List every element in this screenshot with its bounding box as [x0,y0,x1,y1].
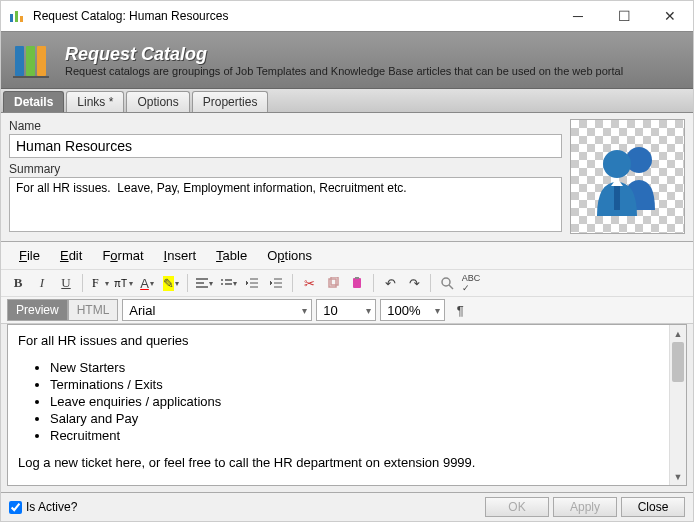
is-active-checkbox[interactable] [9,501,22,514]
scrollbar[interactable]: ▲ ▼ [669,325,686,485]
content-outro: Log a new ticket here, or feel free to c… [18,455,659,470]
fontsize-dropdown[interactable]: πT▾ [112,272,134,294]
svg-text:F: F [92,276,99,290]
content-item: Leave enquiries / applications [50,394,659,409]
menu-options[interactable]: Options [259,246,320,265]
scroll-thumb[interactable] [672,342,684,382]
font-dropdown[interactable]: F▾ [88,272,110,294]
svg-rect-3 [15,46,24,76]
paste-button[interactable] [346,272,368,294]
svg-marker-10 [611,178,623,186]
spellcheck-button[interactable]: ABC✓ [460,272,482,294]
content-item: Salary and Pay [50,411,659,426]
content-item: Recruitment [50,428,659,443]
highlight-button[interactable]: ✎▾ [160,272,182,294]
svg-rect-6 [13,76,49,78]
svg-point-19 [442,278,450,286]
tab-links[interactable]: Links * [66,91,124,112]
underline-button[interactable]: U [55,272,77,294]
apply-button[interactable]: Apply [553,497,617,517]
svg-rect-4 [26,46,35,76]
scroll-up[interactable]: ▲ [670,325,686,342]
svg-point-14 [221,283,223,285]
undo-button[interactable]: ↶ [379,272,401,294]
menu-insert[interactable]: Insert [156,246,205,265]
align-button[interactable]: ▾ [193,272,215,294]
svg-text:πT: πT [114,278,127,289]
scroll-down[interactable]: ▼ [670,468,686,485]
fontcolor-button[interactable]: A▾ [136,272,158,294]
svg-point-8 [603,150,631,178]
html-toggle[interactable]: HTML [68,299,119,321]
svg-point-13 [221,279,223,281]
minimize-button[interactable]: ─ [555,1,601,31]
zoom-select[interactable]: 100% [380,299,445,321]
menu-table[interactable]: Table [208,246,255,265]
catalog-image[interactable] [570,119,685,234]
close-button[interactable]: Close [621,497,685,517]
editor-content[interactable]: For all HR issues and queries New Starte… [8,325,669,485]
tab-properties[interactable]: Properties [192,91,269,112]
svg-rect-16 [331,277,338,285]
find-button[interactable] [436,272,458,294]
outdent-button[interactable] [241,272,263,294]
italic-button[interactable]: I [31,272,53,294]
menu-format[interactable]: Format [94,246,151,265]
name-input[interactable] [9,134,562,158]
preview-toggle[interactable]: Preview [7,299,68,321]
maximize-button[interactable]: ☐ [601,1,647,31]
copy-button[interactable] [322,272,344,294]
content-intro: For all HR issues and queries [18,333,659,348]
app-icon [9,8,25,24]
content-item: New Starters [50,360,659,375]
menu-edit[interactable]: Edit [52,246,90,265]
is-active-label: Is Active? [26,500,77,514]
header-description: Request catalogs are groupings of Job Te… [65,65,685,77]
menu-file[interactable]: File [11,246,48,265]
svg-rect-15 [329,279,336,287]
svg-rect-17 [353,278,361,288]
svg-rect-5 [37,46,46,76]
list-button[interactable]: ▾ [217,272,239,294]
svg-rect-2 [20,16,23,22]
redo-button[interactable]: ↷ [403,272,425,294]
svg-rect-1 [15,11,18,22]
content-item: Terminations / Exits [50,377,659,392]
tab-options[interactable]: Options [126,91,189,112]
close-window-button[interactable]: ✕ [647,1,693,31]
cut-button[interactable]: ✂ [298,272,320,294]
svg-rect-9 [614,182,620,210]
svg-rect-0 [10,14,13,22]
tab-details[interactable]: Details [3,91,64,112]
header-title: Request Catalog [65,44,685,65]
indent-button[interactable] [265,272,287,294]
font-size-select[interactable]: 10 [316,299,376,321]
font-family-select[interactable]: Arial [122,299,312,321]
window-title: Request Catalog: Human Resources [33,9,555,23]
name-label: Name [9,119,562,133]
bold-button[interactable]: B [7,272,29,294]
pilcrow-button[interactable]: ¶ [449,299,471,321]
catalog-icon [9,36,57,84]
svg-rect-18 [355,277,359,279]
summary-input[interactable] [9,177,562,232]
ok-button[interactable]: OK [485,497,549,517]
summary-label: Summary [9,162,562,176]
